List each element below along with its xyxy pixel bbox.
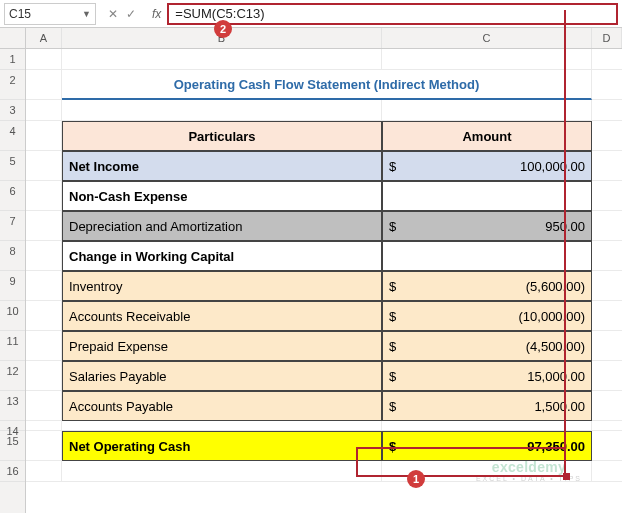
cancel-icon[interactable]: ✕ [108, 7, 118, 21]
label-salaries[interactable]: Salaries Payable [62, 361, 382, 391]
statement-title[interactable]: Operating Cash Flow Statement (Indirect … [62, 70, 592, 100]
amount-ap[interactable]: $1,500.00 [382, 391, 592, 421]
cell[interactable] [592, 151, 622, 181]
cell[interactable] [62, 461, 382, 482]
cells-area: Operating Cash Flow Statement (Indirect … [26, 49, 622, 482]
cell[interactable] [26, 271, 62, 301]
amount-ar[interactable]: $(10,000.00) [382, 301, 592, 331]
cell[interactable] [26, 431, 62, 461]
cell[interactable] [26, 331, 62, 361]
cell[interactable] [592, 391, 622, 421]
cell[interactable] [26, 301, 62, 331]
currency-symbol: $ [389, 339, 396, 354]
row-header[interactable]: 12 [0, 361, 25, 391]
cell[interactable] [62, 421, 382, 431]
cell[interactable] [592, 361, 622, 391]
cell[interactable] [592, 181, 622, 211]
col-header[interactable]: C [382, 28, 592, 48]
label-net-income[interactable]: Net Income [62, 151, 382, 181]
label-inventory[interactable]: Inventroy [62, 271, 382, 301]
col-header[interactable]: A [26, 28, 62, 48]
header-particulars[interactable]: Particulars [62, 121, 382, 151]
cell[interactable] [592, 331, 622, 361]
cell[interactable] [26, 49, 62, 70]
amount-prepaid[interactable]: $(4,500.00) [382, 331, 592, 361]
cell[interactable] [382, 421, 592, 431]
label-net-op[interactable]: Net Operating Cash [62, 431, 382, 461]
row-header[interactable]: 11 [0, 331, 25, 361]
row-header[interactable]: 7 [0, 211, 25, 241]
cell[interactable] [26, 461, 62, 482]
amount-wc[interactable] [382, 241, 592, 271]
row-header[interactable]: 5 [0, 151, 25, 181]
row-header[interactable]: 6 [0, 181, 25, 211]
label-ar[interactable]: Accounts Receivable [62, 301, 382, 331]
amount-net-op[interactable]: $97,350.00 [382, 431, 592, 461]
amount-noncash[interactable] [382, 181, 592, 211]
amount-salaries[interactable]: $15,000.00 [382, 361, 592, 391]
amount-net-income[interactable]: $100,000.00 [382, 151, 592, 181]
cell[interactable] [592, 211, 622, 241]
cell[interactable] [592, 241, 622, 271]
cell[interactable] [592, 461, 622, 482]
select-all-corner[interactable] [0, 28, 25, 49]
formula-bar[interactable]: =SUM(C5:C13) [167, 3, 618, 25]
cell[interactable] [26, 241, 62, 271]
cell[interactable] [592, 301, 622, 331]
value: 15,000.00 [396, 369, 585, 384]
cell[interactable] [592, 421, 622, 431]
grid: A B C D Operating Cash Flow Statement (I… [26, 28, 622, 513]
cell[interactable] [62, 49, 382, 70]
cell[interactable] [26, 70, 62, 100]
fill-handle[interactable] [563, 473, 570, 480]
row-header[interactable]: 14 [0, 421, 25, 431]
label-depreciation[interactable]: Depreciation and Amortization [62, 211, 382, 241]
cell[interactable] [26, 121, 62, 151]
row-header[interactable]: 13 [0, 391, 25, 421]
amount-inventory[interactable]: $(5,600.00) [382, 271, 592, 301]
row-header[interactable]: 1 [0, 49, 25, 70]
cell[interactable] [592, 70, 622, 100]
row-header[interactable]: 3 [0, 100, 25, 121]
cell[interactable] [26, 421, 62, 431]
row-header[interactable]: 8 [0, 241, 25, 271]
label-noncash[interactable]: Non-Cash Expense [62, 181, 382, 211]
cell[interactable] [382, 49, 592, 70]
name-box[interactable]: C15 ▼ [4, 3, 96, 25]
cell[interactable] [26, 100, 62, 121]
cell[interactable] [592, 121, 622, 151]
currency-symbol: $ [389, 219, 396, 234]
cell[interactable] [26, 151, 62, 181]
confirm-icon[interactable]: ✓ [126, 7, 136, 21]
currency-symbol: $ [389, 159, 396, 174]
chevron-down-icon[interactable]: ▼ [82, 9, 91, 19]
cell[interactable] [26, 211, 62, 241]
cell[interactable] [26, 391, 62, 421]
row-header[interactable]: 16 [0, 461, 25, 482]
amount-depreciation[interactable]: $950.00 [382, 211, 592, 241]
cell[interactable] [26, 181, 62, 211]
row-header[interactable]: 15 [0, 431, 25, 461]
value: 950.00 [396, 219, 585, 234]
row-header[interactable]: 2 [0, 70, 25, 100]
fx-icon[interactable]: fx [152, 7, 161, 21]
row-header[interactable]: 4 [0, 121, 25, 151]
cell[interactable] [592, 49, 622, 70]
cell[interactable] [592, 431, 622, 461]
cell[interactable] [592, 271, 622, 301]
callout-badge-1: 1 [407, 470, 425, 488]
row-header[interactable]: 9 [0, 271, 25, 301]
currency-symbol: $ [389, 309, 396, 324]
value: (5,600.00) [396, 279, 585, 294]
header-amount[interactable]: Amount [382, 121, 592, 151]
col-header[interactable]: D [592, 28, 622, 48]
cell[interactable] [26, 361, 62, 391]
label-ap[interactable]: Accounts Payable [62, 391, 382, 421]
row-header[interactable]: 10 [0, 301, 25, 331]
cell[interactable] [62, 100, 382, 121]
formula-row: C15 ▼ ✕ ✓ fx =SUM(C5:C13) [0, 0, 622, 28]
label-wc[interactable]: Change in Working Capital [62, 241, 382, 271]
label-prepaid[interactable]: Prepaid Expense [62, 331, 382, 361]
cell[interactable] [592, 100, 622, 121]
cell[interactable] [382, 100, 592, 121]
